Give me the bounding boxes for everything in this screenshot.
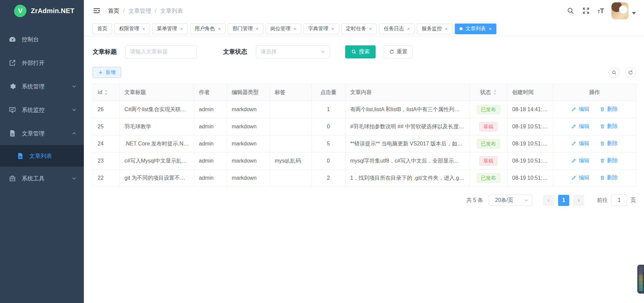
edit-button[interactable]: 编辑 <box>571 123 589 130</box>
status-badge: 已发布 <box>477 139 500 149</box>
cell-ops: 编辑 删除 <box>553 170 636 187</box>
refresh-table-button[interactable] <box>625 67 636 78</box>
sidebar-item-article-admin[interactable]: 文章管理 <box>0 122 84 145</box>
edit-label: 编辑 <box>579 157 589 164</box>
tab-permission-admin[interactable]: 权限管理× <box>114 24 150 34</box>
cell-tags: mysql,乱码 <box>270 153 312 170</box>
reset-button[interactable]: 重置 <box>384 45 413 58</box>
edge-extension-stripes <box>639 267 643 291</box>
edit-button[interactable]: 编辑 <box>571 157 589 164</box>
delete-button[interactable]: 删除 <box>600 106 618 113</box>
tab-article-list-active[interactable]: 文章列表× <box>455 24 496 34</box>
col-header-content: 文章内容 <box>345 84 470 101</box>
cell-author: admin <box>194 135 227 153</box>
tab-label: 菜单管理 <box>157 26 177 32</box>
top-navbar: 首页 / 文章管理 / 文章列表 TT <box>84 0 644 21</box>
tab-label: 服务监控 <box>422 26 442 32</box>
goto-page-input[interactable] <box>611 194 627 206</box>
tab-user-role[interactable]: 用户角色× <box>190 24 226 34</box>
tab-dict-admin[interactable]: 字典管理× <box>304 24 339 34</box>
cell-hits: 2 <box>312 170 345 187</box>
sort-caret-icon <box>493 89 497 95</box>
sidebar-item-label: 控制台 <box>22 36 39 43</box>
sidebar-collapse-icon[interactable] <box>93 7 101 15</box>
edit-button[interactable]: 编辑 <box>571 106 589 113</box>
fullscreen-icon[interactable] <box>582 7 590 15</box>
status-badge: 已发布 <box>477 105 500 115</box>
prev-page-button[interactable]: ‹ <box>543 195 554 206</box>
select-placeholder: 请选择 <box>261 48 277 55</box>
col-header-id[interactable]: id <box>93 84 120 101</box>
col-label: 标签 <box>275 89 285 95</box>
table-row: 22 git 为不同的项目设置不同... admin markdown 2 1，… <box>93 170 636 187</box>
breadcrumb-home[interactable]: 首页 <box>108 7 119 15</box>
tab-label: 文章列表 <box>466 26 486 32</box>
sidebar-item-system-tools[interactable]: 系统工具 <box>0 167 84 190</box>
sidebar-item-dashboard[interactable]: 控制台 <box>0 28 84 51</box>
delete-button[interactable]: 删除 <box>600 174 618 181</box>
tab-close-icon[interactable]: × <box>293 26 297 31</box>
add-button[interactable]: 新增 <box>93 67 121 78</box>
current-page-button[interactable]: 1 <box>558 195 569 206</box>
toggle-search-button[interactable] <box>609 67 620 78</box>
cell-id: 22 <box>93 170 120 187</box>
delete-button[interactable]: 删除 <box>600 157 618 164</box>
sidebar-item-system-monitor[interactable]: 系统监控 <box>0 98 84 122</box>
tab-close-icon[interactable]: × <box>218 26 221 31</box>
breadcrumb-separator: / <box>155 7 157 14</box>
tab-post-admin[interactable]: 岗位管理× <box>266 24 301 34</box>
search-icon[interactable] <box>567 7 575 15</box>
cell-status: 已发布 <box>470 170 507 187</box>
status-badge: 已发布 <box>477 173 500 183</box>
tab-close-icon[interactable]: × <box>369 26 372 31</box>
document-icon <box>17 153 24 160</box>
sidebar-item-external[interactable]: 外部打开 <box>0 51 84 75</box>
edge-extension-handle[interactable] <box>637 265 644 294</box>
user-menu[interactable] <box>611 2 636 19</box>
next-page-button[interactable]: › <box>573 195 584 206</box>
sidebar: V ZrAdmin.NET 控制台 外部打开 系统管理 <box>0 0 84 303</box>
tab-home[interactable]: 首页 <box>93 24 112 34</box>
font-size-icon[interactable]: TT <box>597 7 604 14</box>
tab-menu-admin[interactable]: 菜单管理× <box>152 24 188 34</box>
tab-label: 字典管理 <box>308 26 328 32</box>
article-title-input[interactable] <box>125 45 197 58</box>
add-button-label: 新增 <box>106 69 116 76</box>
delete-label: 删除 <box>607 106 618 113</box>
tab-close-icon[interactable]: × <box>180 26 183 31</box>
tab-close-icon[interactable]: × <box>407 26 410 31</box>
sidebar-item-label: 外部打开 <box>22 59 45 67</box>
edit-button[interactable]: 编辑 <box>571 174 589 181</box>
cell-ops: 编辑 删除 <box>553 118 636 135</box>
tab-close-icon[interactable]: × <box>489 26 492 31</box>
cell-created: 08-18 14:41:36 <box>507 101 553 118</box>
cell-status: 草稿 <box>470 118 507 135</box>
page-size-select[interactable]: 20条/页 <box>489 194 532 206</box>
sidebar-item-system-admin[interactable]: 系统管理 <box>0 75 84 98</box>
cell-author: admin <box>194 101 227 118</box>
col-header-ops: 操作 <box>553 84 636 101</box>
tab-label: 定时任务 <box>346 26 366 32</box>
cell-ops: 编辑 删除 <box>553 135 636 153</box>
tab-task-log[interactable]: 任务日志× <box>379 24 415 34</box>
tab-cron-task[interactable]: 定时任务× <box>341 24 377 34</box>
tab-close-icon[interactable]: × <box>142 26 145 31</box>
delete-button[interactable]: 删除 <box>600 123 618 130</box>
cell-id: 26 <box>93 101 120 118</box>
tab-close-icon[interactable]: × <box>256 26 259 31</box>
article-status-select[interactable]: 请选择 <box>256 45 330 58</box>
tab-close-icon[interactable]: × <box>331 26 334 31</box>
tab-close-icon[interactable]: × <box>445 26 448 31</box>
col-header-status[interactable]: 状态 <box>470 84 507 101</box>
tab-service-monitor[interactable]: 服务监控× <box>417 24 452 34</box>
cell-id: 25 <box>93 118 120 135</box>
col-label: 状态 <box>480 89 491 96</box>
cell-created: 08-19 10:51:27 <box>507 135 553 153</box>
delete-button[interactable]: 删除 <box>600 140 618 147</box>
tab-dept-admin[interactable]: 部门管理× <box>228 24 263 34</box>
breadcrumb-article-admin: 文章管理 <box>128 7 151 15</box>
sidebar-item-article-list[interactable]: 文章列表 <box>0 145 84 167</box>
edit-button[interactable]: 编辑 <box>571 140 589 147</box>
cell-status: 已发布 <box>470 101 507 118</box>
search-button[interactable]: 搜索 <box>345 45 376 58</box>
